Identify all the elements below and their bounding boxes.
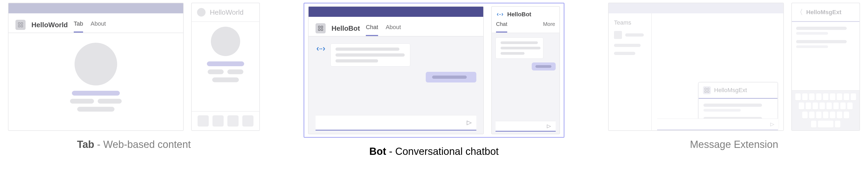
keyboard-key[interactable] — [847, 102, 852, 109]
keyboard-spacebar[interactable] — [818, 121, 833, 128]
mobile-keyboard[interactable] — [792, 90, 860, 130]
message-bubble-user — [532, 63, 556, 71]
placeholder-line — [704, 109, 741, 112]
svg-rect-12 — [705, 88, 706, 90]
keyboard-key[interactable] — [809, 112, 814, 119]
svg-rect-6 — [318, 29, 320, 30]
placeholder-line — [614, 52, 635, 55]
nav-item-placeholder[interactable] — [213, 115, 224, 127]
msgext-list-item[interactable] — [796, 40, 855, 48]
placeholder-text-block — [207, 61, 244, 82]
compose-box[interactable]: ▷ — [315, 115, 476, 130]
window-titlebar — [8, 3, 183, 14]
avatar-placeholder-icon — [74, 43, 117, 85]
placeholder-line — [70, 99, 94, 104]
ext-caption: Message Extension — [690, 139, 778, 150]
bot-mobile-card: HelloBot Chat More ▷ — [491, 6, 560, 134]
compose-box[interactable]: ▷ — [496, 121, 556, 132]
placeholder-line — [796, 45, 828, 48]
message-bubble-user — [426, 72, 476, 82]
avatar-placeholder-icon — [211, 27, 240, 56]
bot-chat-body: ▷ — [309, 36, 483, 134]
nav-item-placeholder[interactable] — [227, 115, 239, 127]
svg-rect-7 — [321, 29, 323, 30]
keyboard-key[interactable] — [813, 102, 818, 109]
send-icon[interactable]: ▷ — [547, 123, 551, 129]
placeholder-line — [501, 47, 540, 49]
ext-mobile-title: HelloMsgExt — [806, 9, 841, 16]
panel-bot-selected-frame: HelloBot Chat About — [304, 3, 564, 138]
ext-desktop-card: Teams HelloMsgExt — [608, 3, 784, 131]
chevron-left-icon[interactable]: 〈 — [796, 7, 803, 17]
keyboard-key[interactable] — [840, 102, 846, 109]
bot-caption-bold: Bot — [369, 146, 386, 157]
keyboard-key[interactable] — [819, 102, 825, 109]
svg-rect-4 — [318, 26, 320, 28]
keyboard-key[interactable] — [830, 94, 835, 100]
nav-item-placeholder[interactable] — [242, 115, 253, 127]
keyboard-key[interactable] — [830, 112, 835, 119]
svg-rect-13 — [708, 88, 709, 90]
svg-point-8 — [319, 48, 320, 49]
keyboard-key[interactable] — [816, 94, 822, 100]
tab-item-chat[interactable]: Chat — [496, 21, 507, 32]
placeholder-line — [72, 91, 120, 96]
message-bubble-bot — [496, 38, 544, 59]
tab-item-tab[interactable]: Tab — [74, 20, 83, 32]
tab-item-more[interactable]: More — [543, 21, 555, 32]
placeholder-line — [432, 76, 467, 79]
rail-item[interactable] — [614, 31, 646, 39]
tab-item-about[interactable]: About — [385, 24, 401, 36]
keyboard-key[interactable] — [827, 102, 832, 109]
keyboard-key[interactable] — [802, 112, 808, 119]
msgext-list-item[interactable] — [704, 104, 773, 112]
msgext-popup-name: HelloMsgExt — [714, 87, 747, 94]
bot-app-name: HelloBot — [332, 24, 360, 32]
keyboard-key[interactable] — [799, 102, 804, 109]
tab-desktop-tabs: Tab About — [74, 20, 106, 32]
keyboard-key[interactable] — [816, 112, 822, 119]
keyboard-key[interactable] — [823, 94, 828, 100]
tab-caption: Tab - Web-based content — [77, 139, 191, 150]
msgext-list-item[interactable] — [796, 27, 855, 35]
keyboard-key[interactable] — [802, 94, 808, 100]
tab-content-placeholder — [8, 33, 183, 130]
keyboard-key[interactable] — [823, 112, 828, 119]
keyboard-key[interactable] — [833, 102, 839, 109]
tab-app-header: HelloWorld Tab About — [8, 14, 183, 33]
placeholder-line — [796, 32, 828, 35]
svg-rect-0 — [19, 23, 20, 24]
keyboard-key[interactable] — [811, 121, 816, 128]
keyboard-key[interactable] — [844, 112, 849, 119]
app-grid-icon — [703, 86, 711, 94]
send-icon[interactable]: ▷ — [467, 119, 472, 126]
keyboard-key[interactable] — [851, 94, 856, 100]
window-titlebar — [309, 7, 483, 17]
keyboard-key[interactable] — [844, 94, 849, 100]
keyboard-key[interactable] — [835, 121, 840, 128]
placeholder-line — [208, 69, 224, 74]
panel-tab-row: HelloWorld Tab About — [8, 3, 260, 131]
keyboard-key[interactable] — [806, 102, 811, 109]
bot-message-outgoing — [315, 72, 476, 82]
nav-item-placeholder[interactable] — [197, 115, 209, 127]
tab-item-about[interactable]: About — [91, 20, 106, 32]
bot-caption: Bot - Conversational chatbot — [369, 146, 499, 157]
panel-bot: HelloBot Chat About — [304, 3, 564, 157]
teams-rail: Teams — [609, 14, 651, 130]
ext-body: Teams HelloMsgExt — [609, 14, 783, 130]
svg-point-11 — [500, 14, 501, 15]
keyboard-key[interactable] — [837, 94, 842, 100]
svg-rect-2 — [19, 25, 20, 27]
keyboard-key[interactable] — [795, 94, 801, 100]
keyboard-key[interactable] — [809, 94, 814, 100]
bot-avatar-icon — [315, 44, 326, 54]
tab-item-chat[interactable]: Chat — [366, 24, 378, 36]
keyboard-key[interactable] — [837, 112, 842, 119]
tab-mobile-card: HelloWorld — [191, 3, 260, 131]
compose-box[interactable]: ▷ — [657, 119, 778, 130]
send-icon[interactable]: ▷ — [770, 121, 774, 127]
placeholder-line — [227, 69, 243, 74]
placeholder-line — [98, 99, 122, 104]
svg-rect-5 — [321, 26, 323, 28]
